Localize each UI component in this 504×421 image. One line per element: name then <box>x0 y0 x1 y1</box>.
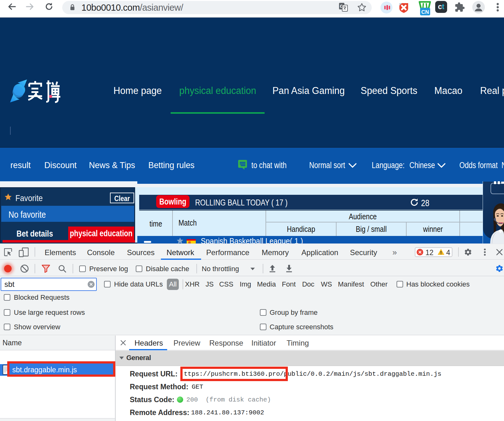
svg-text:CN: CN <box>421 9 429 15</box>
